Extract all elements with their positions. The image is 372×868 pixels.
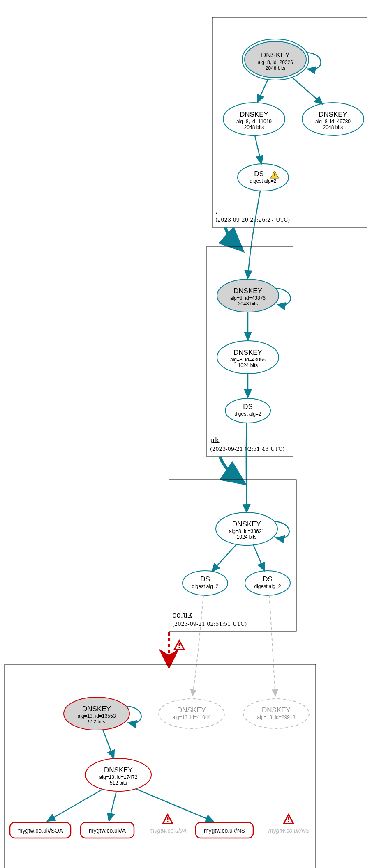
edge-zsk-soa bbox=[47, 789, 103, 821]
svg-text:mygtw.co.uk/NS: mygtw.co.uk/NS bbox=[268, 827, 310, 834]
node-root-ds[interactable]: DSdigest alg=2 bbox=[238, 164, 289, 191]
edge-zsk-ns bbox=[136, 789, 214, 822]
edge-zsk-a bbox=[109, 791, 116, 821]
error-icon bbox=[174, 641, 184, 650]
svg-text:DNSKEYalg=13, id=29918: DNSKEYalg=13, id=29918 bbox=[257, 706, 296, 720]
node-root-ksk[interactable]: DNSKEYalg=8, id=203262048 bits bbox=[242, 39, 309, 80]
node-root-zsk1[interactable]: DNSKEYalg=8, id=110192048 bits bbox=[223, 103, 285, 135]
zone-root: . (2023-09-20 23:26:27 UTC) DNSKEYalg=8,… bbox=[212, 17, 367, 227]
edge-zsk1-ds bbox=[255, 135, 261, 164]
edge-rootds-ukksk bbox=[248, 191, 260, 278]
edge-coukksk-ds1 bbox=[212, 544, 237, 572]
node-uk-ds[interactable]: DSdigest alg=2 bbox=[225, 398, 270, 423]
node-couk-ds1[interactable]: DSdigest alg=2 bbox=[183, 571, 228, 595]
edge-deleg-uk-couk bbox=[220, 457, 238, 479]
zone-couk-name: co.uk bbox=[172, 611, 193, 619]
node-mg-a[interactable]: mygtw.co.uk/A bbox=[81, 822, 134, 838]
svg-rect-44 bbox=[167, 817, 169, 820]
node-couk-ksk[interactable]: DNSKEYalg=8, id=336211024 bits bbox=[216, 512, 277, 545]
svg-rect-19 bbox=[169, 480, 296, 631]
edge-mgksk-zsk bbox=[103, 730, 114, 758]
svg-rect-26 bbox=[179, 643, 180, 646]
svg-rect-27 bbox=[179, 647, 180, 648]
svg-text:mygtw.co.uk/A: mygtw.co.uk/A bbox=[150, 827, 187, 834]
edge-ds1-mgk1 bbox=[192, 595, 203, 696]
node-root-zsk2[interactable]: DNSKEYalg=8, id=467802048 bits bbox=[302, 103, 364, 135]
edge-coukksk-ds2 bbox=[253, 544, 264, 571]
zone-mygtw: mygtw.co.uk (2023-09-21 02:52:29 UTC) DN… bbox=[5, 664, 316, 868]
zone-couk: co.uk (2023-09-21 02:51:51 UTC) DNSKEYal… bbox=[169, 480, 296, 631]
svg-point-24 bbox=[245, 571, 290, 595]
node-mg-k2[interactable]: DNSKEYalg=13, id=29918 bbox=[243, 699, 309, 728]
svg-rect-45 bbox=[167, 821, 169, 822]
node-mg-ns-faded: mygtw.co.uk/NS bbox=[268, 815, 310, 834]
svg-point-22 bbox=[183, 571, 228, 595]
node-mg-ksk[interactable]: DNSKEYalg=13, id=13553512 bits bbox=[64, 697, 129, 730]
node-mg-zsk[interactable]: DNSKEYalg=13, id=17472512 bits bbox=[85, 758, 151, 791]
svg-text:mygtw.co.uk/SOA: mygtw.co.uk/SOA bbox=[18, 827, 63, 834]
zone-couk-ts: (2023-09-21 02:51:51 UTC) bbox=[172, 621, 247, 627]
edge-rootksk-zsk1 bbox=[257, 79, 268, 103]
edge-ds2-mgk2 bbox=[269, 595, 275, 696]
zone-uk-name: uk bbox=[210, 436, 220, 444]
node-uk-ksk[interactable]: DNSKEYalg=8, id=438762048 bits bbox=[217, 279, 279, 312]
node-couk-ds2[interactable]: DSdigest alg=2 bbox=[245, 571, 290, 595]
zone-root-ts: (2023-09-20 23:26:27 UTC) bbox=[215, 217, 290, 223]
svg-text:DNSKEYalg=13, id=41044: DNSKEYalg=13, id=41044 bbox=[173, 706, 211, 720]
svg-rect-10 bbox=[274, 173, 275, 176]
svg-text:mygtw.co.uk/NS: mygtw.co.uk/NS bbox=[204, 827, 245, 834]
svg-rect-11 bbox=[274, 177, 275, 177]
node-uk-zsk[interactable]: DNSKEYalg=8, id=430561024 bits bbox=[217, 341, 279, 374]
node-mg-ns[interactable]: mygtw.co.uk/NS bbox=[196, 822, 253, 838]
svg-point-17 bbox=[225, 398, 270, 423]
node-mg-k1[interactable]: DNSKEYalg=13, id=41044 bbox=[159, 699, 224, 728]
zone-uk: uk (2023-09-21 02:51:43 UTC) DNSKEYalg=8… bbox=[207, 246, 293, 457]
edge-rootksk-zsk2 bbox=[292, 77, 323, 104]
zone-uk-ts: (2023-09-21 02:51:43 UTC) bbox=[210, 446, 284, 452]
svg-rect-49 bbox=[288, 817, 289, 820]
svg-text:mygtw.co.uk/A: mygtw.co.uk/A bbox=[89, 827, 126, 834]
node-mg-a-faded: mygtw.co.uk/A bbox=[150, 815, 187, 834]
svg-rect-50 bbox=[288, 821, 289, 822]
edge-ukds-coukksk bbox=[246, 423, 247, 512]
node-mg-soa[interactable]: mygtw.co.uk/SOA bbox=[10, 822, 71, 838]
edge-deleg-root-uk bbox=[225, 227, 236, 245]
zone-root-name: . bbox=[215, 207, 218, 215]
